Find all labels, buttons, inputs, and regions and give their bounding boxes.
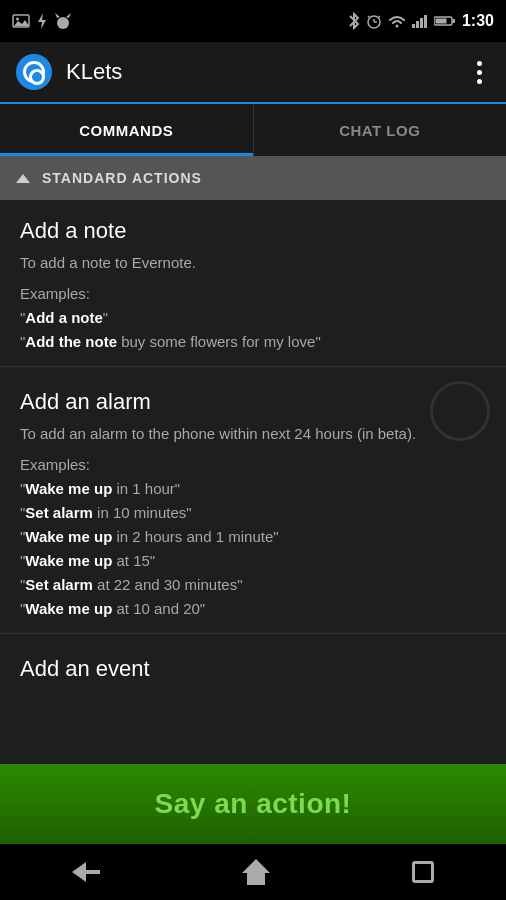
back-arrow-icon xyxy=(72,862,100,882)
time-display: 1:30 xyxy=(462,12,494,30)
command-add-event: Add an event xyxy=(0,638,506,698)
battery-icon xyxy=(434,15,456,27)
svg-point-3 xyxy=(57,17,69,29)
command-add-alarm: Add an alarm To add an alarm to the phon… xyxy=(0,371,506,629)
svg-rect-13 xyxy=(420,18,423,28)
example-bold: Set alarm xyxy=(25,504,93,521)
menu-dot-3 xyxy=(477,79,482,84)
logo-circle xyxy=(23,61,45,83)
bluetooth-icon xyxy=(348,12,360,30)
section-header-standard-actions[interactable]: STANDARD ACTIONS xyxy=(0,156,506,200)
divider xyxy=(0,633,506,634)
menu-dot-2 xyxy=(477,70,482,75)
svg-marker-5 xyxy=(66,13,71,18)
signal-icon xyxy=(412,14,428,28)
divider xyxy=(0,366,506,367)
svg-rect-11 xyxy=(412,24,415,28)
command-add-note: Add a note To add a note to Evernote. Ex… xyxy=(0,200,506,362)
command-add-alarm-title: Add an alarm xyxy=(20,389,486,415)
command-add-alarm-desc: To add an alarm to the phone within next… xyxy=(20,423,486,444)
say-action-button[interactable]: Say an action! xyxy=(0,764,506,844)
example-bold: Set alarm xyxy=(25,576,93,593)
svg-marker-2 xyxy=(38,13,46,29)
menu-dot-1 xyxy=(477,61,482,66)
app-title: KLets xyxy=(66,59,469,85)
section-header-title: STANDARD ACTIONS xyxy=(42,170,202,186)
watermark-circle xyxy=(430,381,490,441)
overflow-menu-button[interactable] xyxy=(469,53,490,92)
status-bar: 1:30 xyxy=(0,0,506,42)
cat-icon xyxy=(54,12,72,30)
svg-marker-4 xyxy=(55,13,60,18)
command-add-event-title: Add an event xyxy=(20,656,486,682)
example-line: "Set alarm at 22 and 30 minutes" xyxy=(20,573,486,597)
example-bold: Add a note xyxy=(25,309,103,326)
example-line: "Wake me up in 1 hour" xyxy=(20,477,486,501)
status-bar-left xyxy=(12,12,72,30)
recents-button[interactable] xyxy=(392,851,454,893)
command-add-alarm-examples-label: Examples: xyxy=(20,456,486,473)
tab-commands[interactable]: COMMANDS xyxy=(0,104,253,156)
bottom-nav xyxy=(0,844,506,900)
tab-chatlog[interactable]: CHAT LOG xyxy=(253,104,507,156)
back-button[interactable] xyxy=(52,852,120,892)
svg-rect-12 xyxy=(416,21,419,28)
say-action-label: Say an action! xyxy=(155,788,352,820)
home-button[interactable] xyxy=(223,849,289,895)
home-icon xyxy=(243,859,269,885)
flash-icon xyxy=(36,12,48,30)
example-bold: Wake me up xyxy=(25,480,112,497)
command-add-note-examples-label: Examples: xyxy=(20,285,486,302)
svg-line-9 xyxy=(368,16,370,18)
recents-icon xyxy=(412,861,434,883)
example-line: "Wake me up at 15" xyxy=(20,549,486,573)
svg-point-1 xyxy=(16,18,19,21)
svg-rect-17 xyxy=(452,19,455,23)
content-area: Add a note To add a note to Evernote. Ex… xyxy=(0,200,506,808)
command-add-note-title: Add a note xyxy=(20,218,486,244)
svg-rect-16 xyxy=(435,19,446,24)
image-icon xyxy=(12,14,30,28)
example-line: "Wake me up in 2 hours and 1 minute" xyxy=(20,525,486,549)
example-bold: Wake me up xyxy=(25,552,112,569)
svg-rect-14 xyxy=(424,15,427,28)
example-line: "Add the note buy some flowers for my lo… xyxy=(20,330,486,354)
alarm-icon xyxy=(366,13,382,29)
tab-bar: COMMANDS CHAT LOG xyxy=(0,104,506,156)
example-line: "Wake me up at 10 and 20" xyxy=(20,597,486,621)
example-bold: Wake me up xyxy=(25,600,112,617)
example-line: "Add a note" xyxy=(20,306,486,330)
svg-line-10 xyxy=(378,16,380,18)
app-header: KLets xyxy=(0,42,506,104)
chevron-up-icon xyxy=(16,174,30,183)
wifi-icon xyxy=(388,14,406,28)
command-add-note-desc: To add a note to Evernote. xyxy=(20,252,486,273)
status-bar-right: 1:30 xyxy=(348,12,494,30)
app-logo xyxy=(16,54,52,90)
example-bold: Wake me up xyxy=(25,528,112,545)
example-bold: Add the note xyxy=(25,333,117,350)
example-line: "Set alarm in 10 minutes" xyxy=(20,501,486,525)
